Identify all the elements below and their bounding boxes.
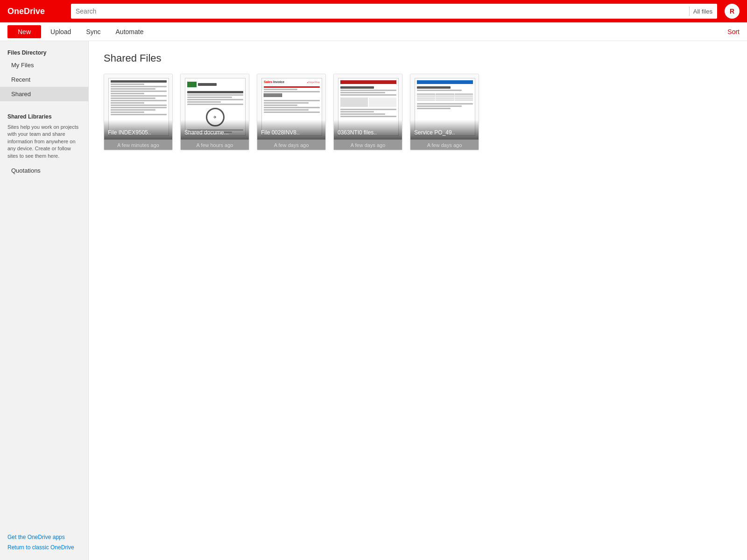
file-time-4: A few days ago xyxy=(334,140,402,150)
file-thumbnail-4: 0363NTI0 files.. xyxy=(334,74,402,140)
header: OneDrive All files R xyxy=(0,0,747,22)
sidebar-item-recent[interactable]: Recent xyxy=(0,72,88,87)
shared-libraries-desc: Sites help you work on projects with you… xyxy=(0,122,88,163)
layout: Files Directory My Files Recent Shared S… xyxy=(0,41,747,560)
main-content: Shared Files xyxy=(89,41,747,560)
return-classic-link[interactable]: Return to classic OneDrive xyxy=(7,544,81,551)
file-card-5[interactable]: Service PO_49.. A few days ago xyxy=(410,74,479,150)
sync-button[interactable]: Sync xyxy=(80,25,106,38)
file-card-4[interactable]: 0363NTI0 files.. A few days ago xyxy=(333,74,402,150)
avatar[interactable]: R xyxy=(725,4,740,19)
file-thumbnail-1: File INDEX9505.. xyxy=(104,74,173,140)
sidebar-footer: Get the OneDrive apps Return to classic … xyxy=(0,528,88,560)
file-name-2: Shared docume... xyxy=(184,129,246,136)
search-bar: All files xyxy=(71,4,717,19)
search-input[interactable] xyxy=(76,7,685,15)
sidebar-section-title: Files Directory xyxy=(0,45,88,58)
file-time-3: A few days ago xyxy=(257,140,325,150)
file-name-4: 0363NTI0 files.. xyxy=(338,129,399,136)
search-scope: All files xyxy=(693,8,712,15)
sidebar-item-quotations[interactable]: Quotations xyxy=(0,163,88,178)
toolbar: New Upload Sync Automate Sort xyxy=(0,22,747,41)
file-card-3[interactable]: Sales Invoice ●StripeShop xyxy=(257,74,326,150)
file-thumbnail-3: Sales Invoice ●StripeShop xyxy=(257,74,326,140)
sort-button[interactable]: Sort xyxy=(727,28,740,35)
file-name-1: File INDEX9505.. xyxy=(108,129,169,136)
files-grid: File INDEX9505.. A few minutes ago xyxy=(104,74,732,150)
search-divider xyxy=(689,7,690,16)
file-time-5: A few days ago xyxy=(410,140,479,150)
sidebar: Files Directory My Files Recent Shared S… xyxy=(0,41,89,560)
file-time-2: A few hours ago xyxy=(181,140,249,150)
get-apps-link[interactable]: Get the OneDrive apps xyxy=(7,534,81,540)
automate-button[interactable]: Automate xyxy=(110,25,149,38)
file-time-1: A few minutes ago xyxy=(104,140,172,150)
app-logo: OneDrive xyxy=(7,7,63,16)
file-thumbnail-2: ✈ Shared docume... xyxy=(181,74,249,140)
file-thumbnail-5: Service PO_49.. xyxy=(410,74,479,140)
shared-libraries-title: Shared Libraries xyxy=(0,109,88,122)
file-card-1[interactable]: File INDEX9505.. A few minutes ago xyxy=(104,74,173,150)
section-title: Shared Files xyxy=(104,52,732,64)
sidebar-item-myfiles[interactable]: My Files xyxy=(0,58,88,72)
file-card-2[interactable]: ✈ Shared docume... A few hours ago xyxy=(180,74,249,150)
upload-button[interactable]: Upload xyxy=(45,25,77,38)
file-name-3: File 0028INV8.. xyxy=(261,129,323,136)
sidebar-item-shared[interactable]: Shared xyxy=(0,87,88,101)
file-name-5: Service PO_49.. xyxy=(414,129,476,136)
new-button[interactable]: New xyxy=(7,25,41,38)
